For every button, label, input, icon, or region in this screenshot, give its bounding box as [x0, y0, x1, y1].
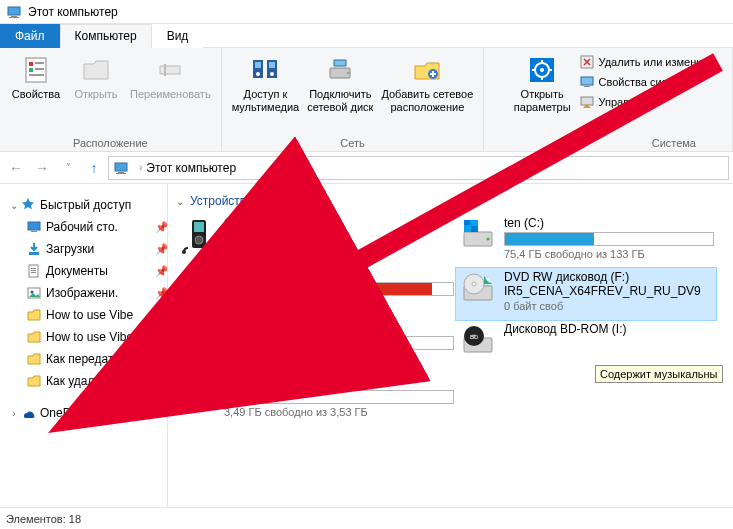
sidebar-item[interactable]: Как удалить вст: [8, 370, 167, 392]
map-drive-button[interactable]: Подключить сетевой диск: [303, 50, 377, 116]
folder-icon: [26, 351, 42, 367]
manage-button[interactable]: Управление: [577, 92, 705, 112]
drive-item[interactable]: ten (C:)75,4 ГБ свободно из 133 ГБ: [456, 214, 716, 268]
sidebar-item[interactable]: Документы📌: [8, 260, 167, 282]
svg-rect-33: [116, 173, 126, 174]
drive-icon: [178, 374, 218, 414]
ribbon-group-system: Открыть параметры Удалить или измени Сво…: [484, 48, 733, 151]
capacity-bar: [504, 232, 714, 246]
drive-item[interactable]: HP_TOOLS (H:)1,98 ГБ свободно из 2,00 ГБ: [176, 318, 456, 372]
content: ⌄ Быстрый доступ Рабочий сто.📌Загрузки📌Д…: [0, 184, 733, 507]
group-location-label: Расположение: [73, 135, 148, 150]
uninstall-button[interactable]: Удалить или измени: [577, 52, 705, 72]
devices-section-header[interactable]: ⌄ Устройства и диски (10): [176, 192, 733, 214]
tab-view[interactable]: Вид: [152, 24, 204, 48]
svg-point-42: [31, 291, 34, 294]
svg-rect-29: [584, 86, 590, 87]
svg-point-45: [195, 236, 203, 244]
sidebar-quick-access[interactable]: ⌄ Быстрый доступ: [8, 194, 167, 216]
nav-recent-button[interactable]: ˅: [56, 156, 80, 180]
drive-name: ten (C:): [504, 216, 714, 232]
title-bar: Этот компьютер: [0, 0, 733, 24]
drive-name: HP_TOOLS (H:): [224, 320, 454, 336]
media-access-label: Доступ к мультимедиа: [232, 88, 300, 114]
open-icon: [80, 54, 112, 86]
sysprop-label: Свойства системы: [599, 76, 694, 88]
sidebar-item[interactable]: Как передать фа: [8, 348, 167, 370]
svg-rect-15: [255, 62, 261, 68]
open-settings-button[interactable]: Открыть параметры: [510, 50, 575, 116]
manage-icon: [579, 94, 595, 110]
capacity-bar: [224, 336, 454, 350]
svg-point-22: [540, 68, 544, 72]
folder-icon: [26, 329, 42, 345]
sidebar-item[interactable]: Загрузки📌: [8, 238, 167, 260]
drive-item[interactable]: DVD RW дисковод (F:) IR5_CENA_X64FREV_RU…: [456, 268, 716, 320]
downloads-icon: [26, 241, 42, 257]
svg-rect-10: [164, 64, 166, 76]
tab-file[interactable]: Файл: [0, 24, 60, 48]
drive-name: Дисковод BD-ROM (I:): [504, 322, 714, 338]
drive-item[interactable]: GT-I8160: [176, 214, 456, 264]
sidebar-item[interactable]: How to use Vibe: [8, 326, 167, 348]
sidebar: ⌄ Быстрый доступ Рабочий сто.📌Загрузки📌Д…: [0, 184, 168, 507]
svg-rect-61: [464, 226, 470, 232]
tab-computer[interactable]: Компьютер: [60, 24, 152, 48]
drive-icon: BD: [458, 322, 498, 362]
svg-rect-40: [31, 272, 36, 273]
svg-point-14: [270, 72, 274, 76]
breadcrumb[interactable]: › Этот компьютер: [108, 156, 729, 180]
svg-rect-1: [11, 16, 17, 17]
drive-name: DVD RW дисковод (F:) IR5_CENA_X64FREV_RU…: [504, 270, 714, 300]
sidebar-item-label: Загрузки: [46, 242, 155, 256]
nav-bar: ← → ˅ ↑ › Этот компьютер: [0, 152, 733, 184]
sidebar-item-label: Документы: [46, 264, 155, 278]
svg-rect-36: [29, 252, 39, 255]
open-button[interactable]: Открыть: [66, 50, 126, 103]
map-drive-icon: [324, 54, 356, 86]
drive-item[interactable]: Локальный диск (K:)3,49 ГБ свободно из 3…: [176, 372, 456, 426]
pin-icon: 📌: [155, 287, 167, 300]
group-network-label: Сеть: [340, 135, 364, 150]
section-header-label: Устройства и диски (10): [190, 194, 322, 208]
drive-icon: [178, 266, 218, 306]
svg-text:BD: BD: [470, 334, 479, 340]
svg-rect-60: [471, 220, 478, 225]
sidebar-onedrive[interactable]: › OneDrive: [8, 402, 167, 424]
media-access-button[interactable]: Доступ к мультимедиа: [228, 50, 304, 116]
drive-free-text: 3,49 ГБ свободно из 3,53 ГБ: [224, 406, 454, 418]
drive-icon: [458, 270, 498, 310]
chevron-right-icon: ›: [139, 162, 142, 173]
add-net-location-button[interactable]: Добавить сетевое расположение: [377, 50, 477, 116]
nav-forward-button[interactable]: →: [30, 156, 54, 180]
pictures-icon: [26, 285, 42, 301]
drive-icon: [178, 216, 218, 256]
sidebar-item[interactable]: How to use Vibe: [8, 304, 167, 326]
main-pane: ⌄ Устройства и диски (10) GT-I8160store …: [168, 184, 733, 507]
svg-point-18: [347, 72, 349, 74]
svg-point-48: [207, 286, 210, 289]
ribbon-tabs: Файл Компьютер Вид: [0, 24, 733, 48]
sidebar-item-label: Как удалить вст: [46, 374, 167, 388]
system-properties-button[interactable]: Свойства системы: [577, 72, 705, 92]
nav-back-button[interactable]: ←: [4, 156, 28, 180]
drive-free-text: 8,47 ГБ свободно из 95,0 ГБ: [224, 298, 454, 310]
sidebar-item[interactable]: Рабочий сто.📌: [8, 216, 167, 238]
sidebar-item[interactable]: Изображени.📌: [8, 282, 167, 304]
drive-item[interactable]: BDДисковод BD-ROM (I:): [456, 320, 716, 370]
drive-free-text: 0 байт своб: [504, 300, 714, 312]
open-settings-label: Открыть параметры: [514, 88, 571, 114]
nav-up-button[interactable]: ↑: [82, 156, 106, 180]
open-label: Открыть: [74, 88, 117, 101]
properties-button[interactable]: Свойства: [6, 50, 66, 103]
breadcrumb-location: Этот компьютер: [146, 161, 236, 175]
folder-icon: [26, 307, 42, 323]
capacity-bar: [224, 282, 454, 296]
properties-icon: [20, 54, 52, 86]
uninstall-icon: [579, 54, 595, 70]
pin-icon: 📌: [155, 243, 167, 256]
drive-free-text: 75,4 ГБ свободно из 133 ГБ: [504, 248, 714, 260]
rename-button[interactable]: Переименовать: [126, 50, 215, 103]
drive-item[interactable]: store (E:)8,47 ГБ свободно из 95,0 ГБ: [176, 264, 456, 318]
svg-rect-9: [160, 66, 180, 74]
